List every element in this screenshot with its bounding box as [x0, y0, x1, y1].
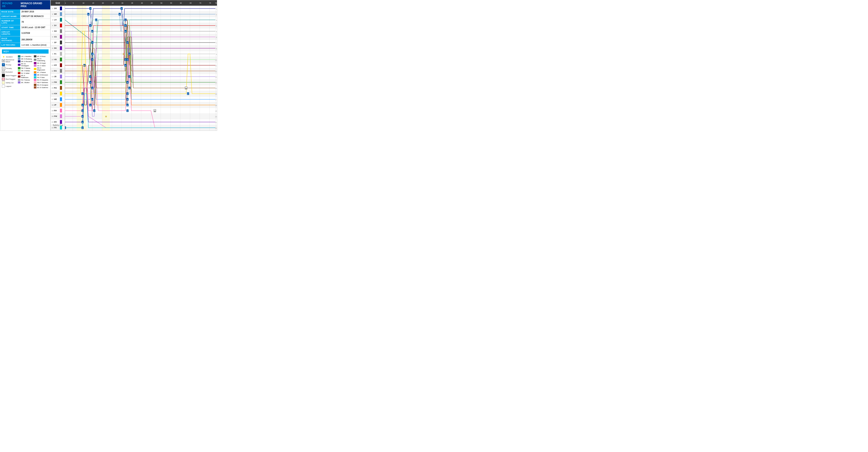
driver-JP: JP: J Palmer	[34, 71, 49, 73]
race-date-row: RACE DATE: 29 MAY 2016	[0, 9, 50, 14]
rg-color	[34, 84, 36, 86]
dk-color	[34, 62, 36, 64]
driver-FM: FM: F Massa	[18, 67, 33, 69]
lap-header-15: 15	[92, 2, 94, 4]
driver-KR: KR: K Raikkonen	[18, 74, 33, 79]
start-time-row: START TIME 14:00 Local - 12:00 GMT	[0, 25, 50, 30]
lap-header-45: 45	[151, 2, 153, 4]
code-FA: FA	[54, 53, 60, 55]
key-redflag: Red Flagged	[2, 78, 17, 81]
code-JB: JB	[54, 76, 60, 78]
code-NH: NH	[54, 30, 60, 32]
pos-KM: 16	[51, 93, 54, 95]
lap-header-60: 60	[180, 2, 182, 4]
key-blackflag-label: Black Flagged	[6, 74, 17, 77]
row-info-KR: 11 KR	[51, 62, 65, 68]
code-KR: KR	[54, 64, 60, 66]
row-info-JB: 13 JB	[51, 74, 65, 80]
row-end-num-14: 14	[215, 82, 217, 84]
key-excluded: E Excluded	[2, 70, 17, 73]
jp-color	[34, 71, 36, 73]
jb-color	[18, 81, 21, 84]
sp-color	[34, 55, 36, 57]
pit-label-JP-14: P	[90, 104, 91, 107]
number-of-laps-value: 78	[20, 19, 25, 25]
startbar-SV	[60, 24, 62, 27]
row-info-FA: 9 FA	[51, 51, 65, 57]
pit-label-MV-10: P	[82, 122, 83, 123]
row-end-num-17: 17	[215, 99, 217, 101]
pos-JP: 18	[51, 104, 54, 106]
pit-label-RH-10: P	[82, 110, 83, 112]
startbar-CS	[60, 35, 62, 39]
pos-CS: 6	[51, 36, 54, 38]
pw-color	[34, 81, 36, 84]
right-panel: Grid 15101520253035404550556065707578 1 …	[51, 0, 217, 131]
pit-label-RG-15: P	[92, 87, 93, 89]
startbar-KM	[60, 92, 62, 95]
race-chart-svg: PPPPPPPPPPPPPPPPPPPPPPPPPPPPPPPPPPPPPPPP…	[65, 6, 217, 130]
driver-SV: SV: S Vettel	[18, 72, 33, 74]
pos-VB: 10	[51, 59, 54, 61]
accident-star-icon: ★	[122, 53, 125, 56]
row-info-NH: 5 NH	[51, 28, 65, 34]
penalty-icon: Pe	[2, 67, 5, 70]
key-safetycar-label: Safety Car	[6, 82, 14, 84]
jp-label: JP: J Palmer	[37, 71, 46, 73]
pit-label-SP-15: P	[92, 42, 93, 44]
pos-NH: 5	[51, 30, 54, 32]
pit-label-ME-33: P	[127, 99, 128, 101]
lap-header-35: 35	[131, 2, 133, 4]
circuit-name-value: CIRCUIT DE MONACO	[20, 14, 45, 19]
pos-PW: 20	[51, 115, 54, 117]
km-color	[34, 68, 36, 70]
key-lapped-label: Lapped	[6, 85, 11, 87]
redflag-icon	[2, 78, 5, 81]
code-LH: LH	[54, 19, 60, 21]
pit-label-FN-10: P	[82, 127, 83, 129]
lh-color	[18, 55, 21, 57]
accident-star-icon: ★	[105, 115, 107, 118]
pit-label-KM-33: P	[127, 93, 128, 95]
rh-label: RH: R Haryanto	[37, 79, 48, 81]
row-info-DR: 1 DR	[51, 6, 65, 11]
pos-NR: 2	[51, 13, 54, 15]
dr-color	[18, 60, 21, 62]
driver-DK: DK: D Kvyat	[34, 62, 49, 64]
lap-header-20: 20	[102, 2, 104, 4]
row-end-num-18: 18	[215, 104, 217, 107]
startbar-KR	[60, 63, 62, 67]
kr-color	[18, 76, 21, 78]
circuit-length-label: CIRCUIT LENGTH:	[0, 30, 20, 36]
eg-label: EG: E Guiterrez	[37, 87, 48, 89]
row-end-num-13: 13	[215, 76, 217, 78]
driver-FN: FN: F Nasr	[34, 76, 49, 79]
driver-CS: CS: C Sainz	[34, 64, 49, 67]
jb-label: JB: J Button	[21, 82, 29, 84]
startbar-ME	[60, 97, 62, 101]
pit-label-PW-10: P	[82, 116, 83, 118]
pit-label-SV-14: P	[90, 25, 91, 27]
code-NR: NR	[54, 13, 60, 15]
mv-label: MV: M Verstappen	[21, 63, 33, 67]
pit-label-LH-17: P	[96, 19, 97, 21]
row-end-num-5: 5	[216, 31, 217, 33]
pit-label-KR-32: P	[125, 65, 126, 67]
lap-header-25: 25	[112, 2, 114, 4]
lapped-icon	[2, 85, 5, 88]
nr-color	[18, 58, 21, 60]
cs-label: CS: C Sainz	[37, 65, 45, 67]
lap-header-78: 78	[215, 2, 217, 4]
pit-label-DR-14: P	[90, 8, 91, 10]
pos-LH: 3	[51, 19, 54, 21]
driver-KM: KM: K Magnussen	[34, 67, 49, 71]
row-info-KM: 16 KM	[51, 91, 65, 96]
row-end-num-20: 20	[215, 116, 217, 118]
lap-header-1: 1	[65, 2, 66, 4]
row-end-num-6: 6	[216, 36, 217, 38]
code-KM: KM	[54, 92, 60, 95]
lap-header-5: 5	[73, 2, 73, 4]
dr-label: DR: D Ricciardo	[21, 61, 32, 62]
key-mechanical-label: Mechanicalfailure	[6, 59, 14, 63]
row-end-num-7: 7	[216, 42, 217, 44]
